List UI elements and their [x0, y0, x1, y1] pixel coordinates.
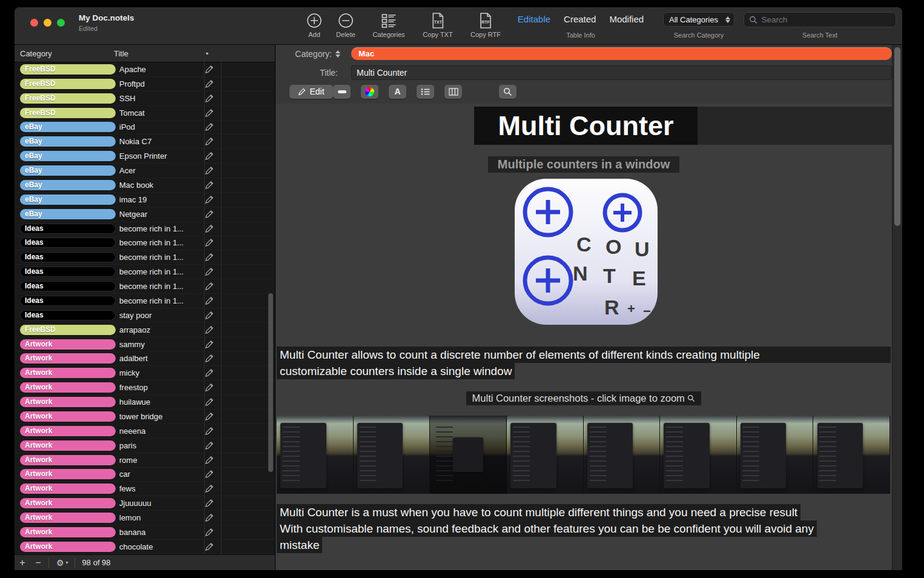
copy-rtf-button[interactable]: RTF Copy RTF — [470, 12, 501, 38]
gear-icon[interactable]: ⚙ — [51, 558, 66, 568]
table-row[interactable]: Artwork rome — [15, 453, 275, 468]
category-value-pill[interactable]: Mac — [351, 47, 892, 60]
table-row[interactable]: Artwork tower bridge — [15, 410, 275, 424]
search-field[interactable] — [744, 12, 896, 27]
edit-pencil-icon[interactable] — [200, 181, 217, 190]
content-scrollbar[interactable] — [892, 45, 902, 570]
copy-txt-button[interactable]: TXT Copy TXT — [423, 12, 452, 38]
screenshot-thumbnail[interactable] — [660, 416, 737, 494]
table-row[interactable]: eBay Acer — [15, 164, 275, 178]
table-row[interactable]: eBay Netgear — [15, 207, 275, 222]
edit-pencil-icon[interactable] — [200, 195, 217, 204]
edit-pencil-icon[interactable] — [200, 122, 217, 131]
table-row[interactable]: Ideas become rich in 1... — [15, 279, 275, 294]
edit-pencil-icon[interactable] — [200, 224, 217, 233]
add-button[interactable]: Add — [306, 12, 323, 38]
edit-pencil-icon[interactable] — [200, 137, 217, 146]
edit-pencil-icon[interactable] — [200, 397, 217, 407]
note-content[interactable]: Multi Counter Multiple counters in a win… — [276, 104, 902, 570]
table-row[interactable]: Artwork banana — [15, 525, 275, 540]
table-row[interactable]: Artwork micky — [15, 366, 275, 380]
screenshot-thumbnail[interactable] — [430, 416, 507, 494]
table-row[interactable]: FreeBSD Tomcat — [15, 106, 275, 121]
app-icon-image[interactable]: C O U N T E R + − — [513, 178, 659, 328]
screenshot-thumbnail[interactable] — [507, 416, 584, 494]
sidebar-scrollbar-thumb[interactable] — [268, 293, 273, 472]
table-row[interactable]: Artwork adalbert — [15, 352, 275, 367]
edit-button[interactable]: Edit — [289, 85, 333, 99]
minimize-button[interactable] — [44, 19, 51, 27]
table-row[interactable]: FreeBSD arrapaoz — [15, 323, 275, 337]
edit-pencil-icon[interactable] — [200, 94, 217, 103]
edit-pencil-icon[interactable] — [200, 151, 217, 161]
table-row[interactable]: eBay Epson Printer — [15, 149, 275, 164]
edit-pencil-icon[interactable] — [200, 528, 217, 537]
edit-pencil-icon[interactable] — [200, 513, 217, 522]
search-category-dropdown[interactable]: All Categories — [663, 12, 734, 27]
edit-pencil-icon[interactable] — [200, 108, 217, 118]
edit-pencil-icon[interactable] — [200, 296, 217, 305]
column-header-edit[interactable]: • — [199, 49, 216, 58]
table-row[interactable]: Artwork chocolate — [15, 540, 275, 554]
edit-pencil-icon[interactable] — [200, 340, 217, 349]
edit-pencil-icon[interactable] — [200, 354, 217, 363]
edit-pencil-icon[interactable] — [200, 210, 217, 219]
list-button[interactable] — [417, 85, 434, 99]
edit-pencil-icon[interactable] — [200, 456, 217, 465]
edit-pencil-icon[interactable] — [200, 253, 217, 262]
edit-pencil-icon[interactable] — [200, 79, 217, 88]
edit-pencil-icon[interactable] — [200, 267, 217, 276]
table-row[interactable]: FreeBSD Apache — [15, 62, 275, 77]
edit-pencil-icon[interactable] — [200, 282, 217, 291]
columns-button[interactable] — [444, 85, 462, 99]
table-row[interactable]: eBay Nokia C7 — [15, 135, 275, 149]
table-row[interactable]: Artwork fews — [15, 482, 275, 496]
zoom-button[interactable] — [57, 19, 65, 27]
edit-pencil-icon[interactable] — [200, 542, 217, 551]
edit-pencil-icon[interactable] — [200, 412, 217, 421]
edit-pencil-icon[interactable] — [200, 311, 217, 320]
table-row[interactable]: FreeBSD Proftpd — [15, 77, 275, 91]
edit-pencil-icon[interactable] — [200, 65, 217, 74]
content-scrollbar-thumb[interactable] — [894, 47, 900, 226]
table-row[interactable]: Ideas become rich in 1... — [15, 236, 275, 251]
fonts-button[interactable]: A — [389, 85, 406, 99]
edit-pencil-icon[interactable] — [200, 368, 217, 377]
colors-button[interactable] — [361, 85, 378, 99]
categories-button[interactable]: Categories — [372, 12, 404, 38]
column-header-category[interactable]: Category — [15, 49, 114, 58]
table-row[interactable]: Ideas stay poor — [15, 308, 275, 323]
table-row[interactable]: Artwork paris — [15, 439, 275, 453]
table-row[interactable]: Artwork Jjuuuuuu — [15, 496, 275, 511]
segment-modified[interactable]: Modified — [609, 14, 644, 24]
gear-chevron-down-icon[interactable]: ▾ — [66, 560, 68, 565]
search-input[interactable] — [762, 15, 891, 24]
table-row[interactable]: eBay imac 19 — [15, 193, 275, 207]
edit-pencil-icon[interactable] — [200, 484, 217, 493]
screenshot-thumbnail[interactable] — [277, 416, 354, 494]
edit-pencil-icon[interactable] — [200, 441, 217, 450]
separator-button[interactable] — [333, 85, 351, 99]
category-stepper[interactable] — [335, 50, 340, 58]
edit-pencil-icon[interactable] — [200, 427, 217, 436]
screenshot-thumbnail[interactable] — [813, 416, 890, 494]
edit-pencil-icon[interactable] — [200, 499, 217, 508]
add-row-button[interactable]: + — [15, 557, 30, 568]
remove-row-button[interactable]: − — [30, 557, 46, 568]
table-row[interactable]: eBay iPod — [15, 121, 275, 135]
table-row[interactable]: Artwork car — [15, 468, 275, 482]
table-row[interactable]: eBay Mac book — [15, 178, 275, 193]
segment-created[interactable]: Created — [564, 14, 596, 24]
table-row[interactable]: Ideas become rich in 1... — [15, 265, 275, 279]
close-button[interactable] — [30, 19, 38, 27]
table-row[interactable]: Artwork neeena — [15, 424, 275, 439]
table-row[interactable]: Artwork sammy — [15, 337, 275, 352]
delete-button[interactable]: Delete — [336, 12, 355, 38]
table-row[interactable]: Ideas become rich in 1... — [15, 294, 275, 308]
table-row[interactable]: Artwork lemon — [15, 511, 275, 525]
edit-pencil-icon[interactable] — [200, 470, 217, 479]
edit-pencil-icon[interactable] — [200, 238, 217, 247]
table-row[interactable]: FreeBSD SSH — [15, 91, 275, 106]
edit-pencil-icon[interactable] — [200, 325, 217, 334]
screenshot-thumbnail[interactable] — [584, 416, 661, 494]
